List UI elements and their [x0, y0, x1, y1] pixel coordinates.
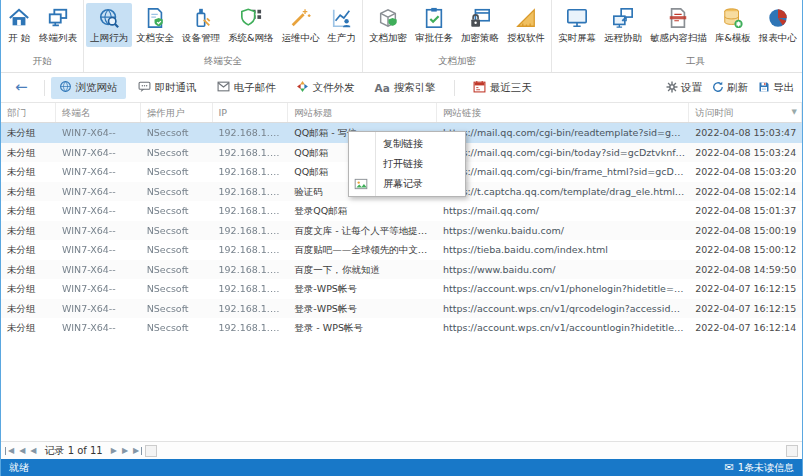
ribbon-item-label: 终端列表 — [39, 32, 77, 45]
cell-title: 百度贴吧——全球领先的中文社区 — [288, 240, 437, 260]
cell-title: 登录 - WPS帐号 — [288, 318, 437, 338]
column-header-ip[interactable]: IP — [213, 103, 289, 122]
screenshot-icon — [354, 177, 368, 191]
ribbon-item-label: 生产力 — [327, 32, 356, 45]
cell-time: 2022-04-07 16:12:14 — [689, 318, 802, 338]
ribbon-item-library-template[interactable]: 库&模板 — [711, 3, 755, 47]
cell-time: 2022-04-08 15:03:47 — [689, 123, 802, 143]
next-page-button[interactable]: ▶ — [121, 447, 129, 455]
table-row[interactable]: 未分组WIN7-X64--NSecsoft192.168.1.190登录QQ邮箱… — [1, 201, 802, 221]
calendar-icon — [473, 80, 486, 95]
tabs-divider — [454, 80, 455, 96]
tab-label: 搜索引擎 — [394, 81, 436, 95]
ribbon-item-realtime-screen[interactable]: 实时屏幕 — [554, 3, 600, 47]
tab-calendar[interactable]: 最近三天 — [465, 77, 540, 99]
export-button[interactable]: 导出 — [758, 81, 794, 95]
table-row[interactable]: 未分组WIN7-X64--NSecsoft192.168.1.190登录-WPS… — [1, 299, 802, 319]
cell-user: NSecsoft — [141, 201, 213, 221]
cell-time: 2022-04-08 15:00:19 — [689, 221, 802, 241]
system-network-icon — [239, 6, 263, 30]
ribbon-item-more[interactable]: 更多... — [801, 3, 802, 47]
cell-time: 2022-04-08 15:01:37 — [689, 201, 802, 221]
export-icon — [758, 81, 770, 95]
ribbon-group-label: 工具 — [554, 52, 802, 72]
cell-url: https://mail.qq.com/cgi-bin/readtemplate… — [437, 123, 689, 143]
next-record-button[interactable]: ▶ — [110, 447, 118, 455]
menu-item-2[interactable]: 屏幕记录 — [349, 174, 465, 194]
table-row[interactable]: 未分组WIN7-X64--NSecsoft192.168.1.190百度一下，你… — [1, 260, 802, 280]
ribbon-item-terminal-list[interactable]: 终端列表 — [35, 3, 81, 47]
cell-user: NSecsoft — [141, 162, 213, 182]
nav-extra-button[interactable] — [145, 445, 157, 457]
cell-url: https://t.captcha.qq.com/template/drag_e… — [437, 182, 689, 202]
prev-page-button[interactable]: ◀ — [18, 447, 26, 455]
chat-icon — [138, 80, 151, 95]
ribbon-item-sensitive-scan[interactable]: 敏感内容扫描 — [646, 3, 711, 47]
ribbon-item-report-center[interactable]: 报表中心 — [755, 3, 801, 47]
back-button[interactable]: ← — [9, 78, 38, 98]
unread-message-text[interactable]: 1条未读信息 — [738, 461, 794, 475]
prev-record-button[interactable]: ◀ — [29, 447, 37, 455]
first-record-button[interactable]: ◀ — [5, 447, 15, 455]
ribbon-item-doc-security[interactable]: 文档安全 — [132, 3, 178, 47]
ribbon-item-label: 授权软件 — [507, 32, 545, 45]
ribbon-item-label: 文档安全 — [136, 32, 174, 45]
cell-url: https://account.wps.cn/v1/qrcodelogin?ac… — [437, 299, 689, 319]
filter-dropdown-icon[interactable]: ▼ — [792, 103, 797, 122]
ribbon-item-licensed-software[interactable]: 授权软件 — [503, 3, 549, 47]
ribbon-item-doc-encrypt[interactable]: 文档加密 — [365, 3, 411, 47]
ribbon-item-device-mgmt[interactable]: 设备管理 — [178, 3, 224, 47]
cell-url: https://mail.qq.com/cgi-bin/frame_html?s… — [437, 162, 689, 182]
unread-mail-icon[interactable]: ✉ — [724, 461, 733, 474]
tab-globe[interactable]: 浏览网站 — [51, 77, 126, 99]
encrypt-policy-icon — [468, 6, 492, 30]
column-header-url[interactable]: 网站链接 — [437, 103, 689, 122]
cell-dept: 未分组 — [1, 299, 56, 319]
menu-item-0[interactable]: 复制链接 — [349, 134, 465, 154]
column-header-time[interactable]: 访问时间▼ — [689, 103, 802, 122]
tab-chat[interactable]: 即时通讯 — [130, 77, 205, 99]
doc-security-icon — [143, 6, 167, 30]
gear-button[interactable]: 设置 — [666, 81, 702, 95]
ribbon-item-web-behavior[interactable]: 上网行为 — [86, 3, 132, 47]
cell-title: 百度一下，你就知道 — [288, 260, 437, 280]
ribbon-item-ops-center[interactable]: 运维中心 — [277, 3, 323, 47]
refresh-button[interactable]: 刷新 — [712, 81, 748, 95]
ribbon-item-encrypt-policy[interactable]: 加密策略 — [457, 3, 503, 47]
table-row[interactable]: 未分组WIN7-X64--NSecsoft192.168.1.190登录-WPS… — [1, 279, 802, 299]
ribbon-group-3: 实时屏幕远程协助敏感内容扫描库&模板报表中心更多...工具 — [552, 0, 802, 72]
menu-item-1[interactable]: 打开链接 — [349, 154, 465, 174]
column-header-terminal[interactable]: 终端名 — [56, 103, 141, 122]
ribbon-item-label: 上网行为 — [90, 32, 128, 45]
cell-ip: 192.168.1.190 — [213, 279, 289, 299]
column-header-dept[interactable]: 部门 — [1, 103, 56, 122]
globe-icon — [59, 80, 72, 95]
ribbon: 开 始终端列表开始上网行为文档安全设备管理系统&网络运维中心生产力终端安全文档加… — [1, 0, 802, 73]
tab-aa[interactable]: Aa搜索引擎 — [367, 77, 444, 99]
column-header-user[interactable]: 操作用户 — [141, 103, 213, 122]
ribbon-item-label: 报表中心 — [759, 32, 797, 45]
context-menu: 复制链接打开链接屏幕记录 — [348, 131, 466, 197]
ribbon-item-remote-assist[interactable]: 远程协助 — [600, 3, 646, 47]
cell-terminal: WIN7-X64-- — [56, 162, 141, 182]
column-header-label: IP — [219, 103, 228, 122]
last-record-button[interactable]: ▶ — [132, 447, 142, 455]
cell-dept: 未分组 — [1, 201, 56, 221]
cell-terminal: WIN7-X64-- — [56, 221, 141, 241]
ribbon-item-approval[interactable]: 审批任务 — [411, 3, 457, 47]
ribbon-item-home[interactable]: 开 始 — [3, 3, 35, 47]
ribbon-item-productivity[interactable]: 生产力 — [323, 3, 360, 47]
table-header: 部门终端名操作用户IP网站标题网站链接访问时间▼ — [1, 103, 802, 123]
table-row[interactable]: 未分组WIN7-X64--NSecsoft192.168.1.190登录 - W… — [1, 318, 802, 338]
cell-user: NSecsoft — [141, 221, 213, 241]
tab-file-send[interactable]: 文件外发 — [288, 77, 363, 99]
tab-mail[interactable]: 电子邮件 — [209, 77, 284, 99]
column-header-title[interactable]: 网站标题 — [288, 103, 437, 122]
approval-icon — [422, 6, 446, 30]
table-row[interactable]: 未分组WIN7-X64--NSecsoft192.168.1.190百度贴吧——… — [1, 240, 802, 260]
table-row[interactable]: 未分组WIN7-X64--NSecsoft192.168.1.190百度文库 -… — [1, 221, 802, 241]
column-header-label: 访问时间 — [695, 103, 733, 122]
cell-time: 2022-04-07 16:12:15 — [689, 299, 802, 319]
cell-ip: 192.168.1.190 — [213, 240, 289, 260]
ribbon-item-system-network[interactable]: 系统&网络 — [224, 3, 277, 47]
